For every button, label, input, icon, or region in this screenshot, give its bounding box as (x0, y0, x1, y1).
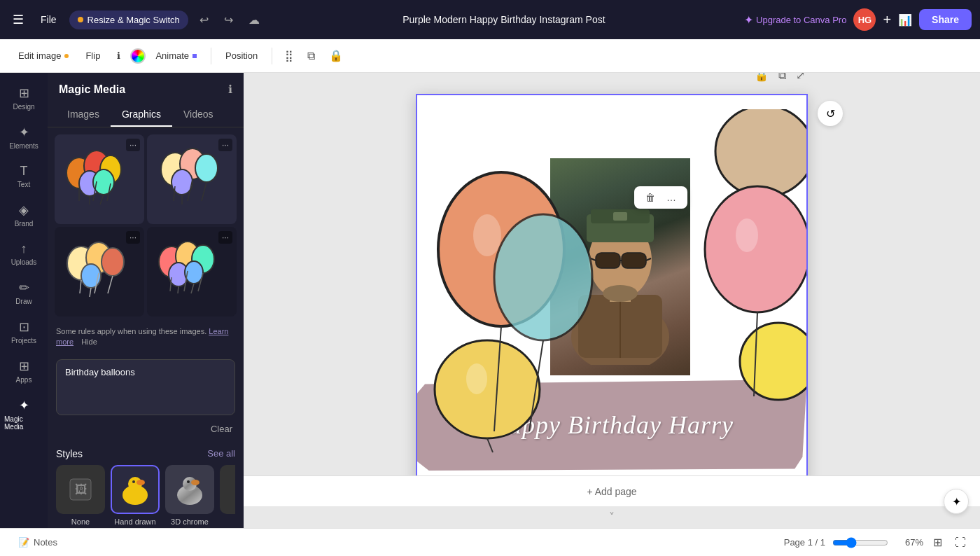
magic-switch-button[interactable]: Resize & Magic Switch (69, 11, 188, 29)
graphic-item-4[interactable]: ··· (147, 227, 237, 317)
graphic-item-2[interactable]: ··· (147, 134, 237, 224)
grid-view-button[interactable]: ⊞ (930, 533, 945, 552)
zoom-level: 67% (895, 537, 923, 548)
sidebar-item-design[interactable]: ⊞ Design (0, 78, 48, 118)
page-arrow-area: ˅ (244, 506, 980, 528)
sidebar-item-apps[interactable]: ⊞ Apps (0, 352, 48, 391)
style-none[interactable]: 🖼 None (56, 465, 105, 526)
see-all-button[interactable]: See all (207, 448, 235, 459)
cloud-save-button[interactable]: ☁ (244, 11, 264, 29)
projects-label: Projects (11, 337, 36, 345)
graphic-item-3[interactable]: ··· (55, 227, 144, 317)
more-element-button[interactable]: … (662, 190, 680, 204)
page-scroll-button[interactable]: ˅ (609, 510, 615, 524)
tab-graphics[interactable]: Graphics (111, 103, 172, 127)
tab-videos[interactable]: Videos (172, 103, 225, 127)
magic-media-label: Magic Media (4, 415, 43, 431)
position-button[interactable]: Position (218, 47, 265, 64)
file-button[interactable]: File (35, 11, 62, 28)
canvas-area: 🔒 ⧉ ⤢ (244, 73, 980, 528)
main-layout: ⊞ Design ✦ Elements T Text ◈ Brand ↑ Upl… (0, 73, 980, 528)
duplicate-canvas-button[interactable]: ⧉ (776, 73, 789, 85)
element-overlay: 🗑 … (634, 186, 687, 209)
lock-canvas-button[interactable]: 🔒 (752, 73, 771, 85)
toolbar-divider (211, 48, 211, 64)
svg-point-57 (740, 323, 806, 400)
svg-point-40 (136, 480, 145, 485)
style-hand-drawn[interactable]: Hand drawn (111, 465, 160, 526)
fullscreen-button[interactable]: ⛶ (952, 534, 969, 552)
topbar-right: ✦ Upgrade to Canva Pro HG + 📊 Share (744, 8, 972, 31)
info-button[interactable]: ℹ (110, 47, 127, 64)
sidebar-item-text[interactable]: T Text (0, 157, 48, 195)
zoom-slider[interactable] (832, 537, 888, 548)
color-picker[interactable] (130, 48, 146, 64)
canvas-refresh-button[interactable]: ↺ (818, 101, 843, 126)
sidebar-item-draw[interactable]: ✏ Draw (0, 273, 48, 312)
delete-element-button[interactable]: 🗑 (641, 190, 659, 204)
hide-button[interactable]: Hide (81, 338, 97, 346)
upgrade-icon: ✦ (744, 13, 753, 27)
canvas-wrapper: 🔒 ⧉ ⤢ (416, 94, 808, 475)
svg-line-22 (80, 280, 81, 293)
svg-point-41 (132, 480, 135, 483)
layers-button[interactable]: ⧉ (302, 46, 321, 66)
sidebar-item-elements[interactable]: ✦ Elements (0, 118, 48, 157)
bottom-right-controls: Page 1 / 1 67% ⊞ ⛶ (784, 533, 969, 552)
svg-text:🖼: 🖼 (75, 482, 88, 496)
notes-button[interactable]: 📝 Notes (11, 534, 64, 551)
analytics-button[interactable]: 📊 (898, 13, 912, 27)
more-options-btn-2[interactable]: ··· (218, 139, 232, 151)
svg-line-9 (100, 195, 104, 204)
left-panel: Magic Media ℹ Images Graphics Videos ··· (48, 73, 244, 528)
upgrade-button[interactable]: ✦ Upgrade to Canva Pro (744, 13, 846, 27)
topbar-left: ☰ File Resize & Magic Switch ↩ ↪ ☁ (8, 8, 264, 32)
prompt-area: Clear (48, 354, 244, 443)
undo-button[interactable]: ↩ (195, 11, 213, 29)
more-options-btn-3[interactable]: ··· (126, 231, 140, 244)
svg-point-49 (435, 340, 540, 438)
expand-canvas-button[interactable]: ⤢ (793, 73, 808, 85)
sidebar-item-brand[interactable]: ◈ Brand (0, 195, 48, 235)
animate-button[interactable]: Animate (148, 47, 204, 64)
clear-button[interactable]: Clear (208, 421, 235, 437)
sidebar-icons: ⊞ Design ✦ Elements T Text ◈ Brand ↑ Upl… (0, 73, 48, 528)
sidebar-item-uploads[interactable]: ↑ Uploads (0, 235, 48, 273)
graphic-item-1[interactable]: ··· (55, 134, 144, 224)
bottom-bar: 📝 Notes Page 1 / 1 67% ⊞ ⛶ (0, 528, 980, 556)
svg-line-24 (108, 276, 113, 293)
redo-button[interactable]: ↪ (220, 11, 237, 29)
hamburger-button[interactable]: ☰ (8, 8, 28, 32)
sidebar-item-projects[interactable]: ⊡ Projects (0, 312, 48, 352)
tab-images[interactable]: Images (56, 103, 111, 127)
panel-info-button[interactable]: ℹ (228, 83, 232, 96)
styles-header: Styles See all (56, 448, 235, 459)
prompt-textarea[interactable] (56, 359, 235, 415)
more-options-btn-1[interactable]: ··· (126, 139, 140, 151)
document-title: Purple Modern Happy Birthday Instagram P… (402, 14, 605, 25)
canvas-scroll[interactable]: 🔒 ⧉ ⤢ (244, 73, 980, 475)
edit-image-button[interactable]: Edit image (11, 47, 76, 64)
add-collaborator-button[interactable]: + (883, 12, 891, 28)
flip-button[interactable]: Flip (78, 47, 107, 64)
compass-button[interactable]: ✦ (944, 489, 969, 514)
design-label: Design (13, 103, 34, 111)
add-page-bar[interactable]: + Add page (244, 475, 980, 506)
grid-dots-button[interactable]: ⣿ (279, 46, 299, 66)
style-more-arrow[interactable]: › (220, 465, 235, 526)
svg-point-48 (494, 214, 592, 340)
notes-icon: 📝 (18, 537, 29, 548)
more-options-btn-4[interactable]: ··· (218, 231, 232, 244)
magic-dot-icon (78, 17, 83, 22)
share-button[interactable]: Share (919, 9, 972, 30)
sidebar-item-magic-media[interactable]: ✦ Magic Media (0, 391, 48, 438)
text-label: Text (18, 181, 30, 188)
style-3d-chrome-thumb (165, 465, 214, 514)
avatar[interactable]: HG (853, 8, 876, 31)
style-none-label: None (71, 517, 90, 526)
design-canvas[interactable]: 🗑 … Happy Birthday Harry (416, 94, 808, 475)
design-icon: ⊞ (19, 85, 29, 101)
canvas-balloons-right (666, 109, 806, 403)
lock-button[interactable]: 🔒 (323, 46, 349, 66)
style-3d-chrome[interactable]: 3D chrome (165, 465, 214, 526)
